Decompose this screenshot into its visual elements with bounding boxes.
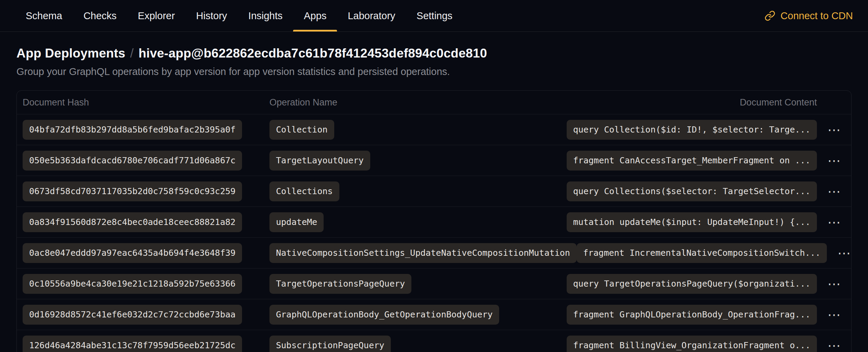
document-hash-chip: 0673df58cd7037117035b2d0c758f59c0c93c259 <box>23 181 242 201</box>
row-menu-button[interactable]: ⋯ <box>834 245 852 261</box>
tab-settings[interactable]: Settings <box>406 0 463 32</box>
connect-to-cdn-label: Connect to CDN <box>781 10 853 22</box>
tab-laboratory[interactable]: Laboratory <box>337 0 406 32</box>
ellipsis-icon: ⋯ <box>837 246 851 261</box>
table-row: 04bfa72dfb83b297dd8a5b6fed9bafac2b395a0f… <box>17 114 851 145</box>
link-icon <box>764 10 775 21</box>
ellipsis-icon: ⋯ <box>828 338 841 352</box>
ellipsis-icon: ⋯ <box>828 307 841 322</box>
row-menu-button[interactable]: ⋯ <box>824 276 844 292</box>
row-menu-button[interactable]: ⋯ <box>824 184 844 199</box>
document-content-chip: fragment CanAccessTarget_MemberFragment … <box>567 151 817 171</box>
document-hash-chip: 0c10556a9be4ca30e19e21c1218a592b75e63366 <box>23 274 242 294</box>
operation-name-chip: Collection <box>269 120 334 140</box>
row-menu-button[interactable]: ⋯ <box>824 338 844 352</box>
tab-history[interactable]: History <box>185 0 238 32</box>
row-menu-button[interactable]: ⋯ <box>824 214 844 230</box>
tab-apps[interactable]: Apps <box>293 0 337 32</box>
column-header-document-hash: Document Hash <box>23 97 269 108</box>
document-content-chip: query TargetOperationsPageQuery($organiz… <box>567 274 817 294</box>
document-hash-chip: 0d16928d8572c41ef6e032d2c7c72ccbd6e73baa <box>23 305 242 325</box>
document-content-chip: fragment BillingView_OrganizationFragmen… <box>567 336 817 352</box>
row-menu-button[interactable]: ⋯ <box>824 307 844 323</box>
table-row: 0ac8e047eddd97a97eac6435a4b694f4e3648f39… <box>17 237 851 268</box>
nav-tabs: Schema Checks Explorer History Insights … <box>15 0 463 32</box>
document-hash-chip: 0ac8e047eddd97a97eac6435a4b694f4e3648f39 <box>23 243 242 263</box>
deployments-table: Document Hash Operation Name Document Co… <box>16 90 852 352</box>
operation-name-chip: NativeCompositionSettings_UpdateNativeCo… <box>269 243 577 263</box>
tab-checks[interactable]: Checks <box>73 0 127 32</box>
document-content-chip: fragment GraphQLOperationBody_OperationF… <box>567 305 817 325</box>
top-nav: Schema Checks Explorer History Insights … <box>0 0 868 32</box>
tab-insights[interactable]: Insights <box>238 0 293 32</box>
table-row: 0d16928d8572c41ef6e032d2c7c72ccbd6e73baa… <box>17 299 851 330</box>
page-subtitle: Group your GraphQL operations by app ver… <box>16 66 852 77</box>
tab-schema[interactable]: Schema <box>15 0 73 32</box>
table-row: 0c10556a9be4ca30e19e21c1218a592b75e63366… <box>17 268 851 299</box>
table-row: 0673df58cd7037117035b2d0c758f59c0c93c259… <box>17 176 851 206</box>
row-menu-button[interactable]: ⋯ <box>824 122 844 138</box>
main-content: App Deployments/hive-app@b622862ecdba7c6… <box>0 46 868 352</box>
ellipsis-icon: ⋯ <box>828 276 841 291</box>
operation-name-chip: Collections <box>269 181 339 201</box>
table-row: 0a834f91560d872e8c4bec0ade18ceec88821a82… <box>17 206 851 237</box>
table-row: 126d46a4284abe31c13c78f7959d56eeb21725dc… <box>17 330 851 352</box>
ellipsis-icon: ⋯ <box>828 184 841 199</box>
document-hash-chip: 0a834f91560d872e8c4bec0ade18ceec88821a82 <box>23 212 242 232</box>
operation-name-chip: updateMe <box>269 212 324 232</box>
document-hash-chip: 04bfa72dfb83b297dd8a5b6fed9bafac2b395a0f <box>23 120 242 140</box>
breadcrumb: App Deployments/hive-app@b622862ecdba7c6… <box>16 46 852 61</box>
breadcrumb-current: hive-app@b622862ecdba7c61b78f412453def89… <box>138 46 487 60</box>
column-header-document-content: Document Content <box>740 97 817 108</box>
document-hash-chip: 050e5b363dafdcacd6780e706cadf771d06a867c <box>23 151 242 171</box>
ellipsis-icon: ⋯ <box>828 153 841 168</box>
operation-name-chip: TargetOperationsPageQuery <box>269 274 411 294</box>
breadcrumb-separator: / <box>130 46 134 60</box>
document-content-chip: query Collections($selector: TargetSelec… <box>567 181 817 201</box>
breadcrumb-root-link[interactable]: App Deployments <box>16 46 125 60</box>
table-row: 050e5b363dafdcacd6780e706cadf771d06a867c… <box>17 145 851 176</box>
document-content-chip: fragment IncrementalNativeCompositionSwi… <box>577 243 827 263</box>
operation-name-chip: SubscriptionPageQuery <box>269 336 391 352</box>
row-menu-button[interactable]: ⋯ <box>824 153 844 168</box>
tab-explorer[interactable]: Explorer <box>127 0 185 32</box>
table-header-row: Document Hash Operation Name Document Co… <box>17 91 851 114</box>
document-hash-chip: 126d46a4284abe31c13c78f7959d56eeb21725dc <box>23 336 242 352</box>
document-content-chip: mutation updateMe($input: UpdateMeInput!… <box>567 212 817 232</box>
operation-name-chip: TargetLayoutQuery <box>269 151 370 171</box>
operation-name-chip: GraphQLOperationBody_GetOperationBodyQue… <box>269 305 499 325</box>
document-content-chip: query Collection($id: ID!, $selector: Ta… <box>567 120 817 140</box>
column-header-operation-name: Operation Name <box>269 97 740 108</box>
ellipsis-icon: ⋯ <box>828 215 841 230</box>
ellipsis-icon: ⋯ <box>828 122 841 137</box>
connect-to-cdn-button[interactable]: Connect to CDN <box>764 0 853 32</box>
